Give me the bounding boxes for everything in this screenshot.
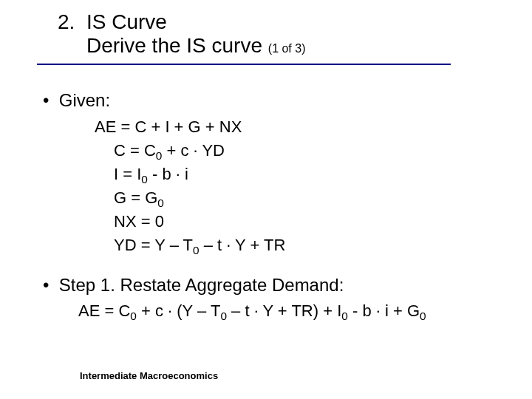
eq-c: C = C0 + c · YD [114, 139, 502, 163]
eq-i-pre: I = I [114, 165, 141, 183]
eq-step1-c: – t · Y + TR) + I [227, 301, 341, 320]
eq-step1: AE = C0 + c · (Y – T0 – t · Y + TR) + I0… [78, 300, 502, 322]
eq-yd: YD = Y – T0 – t · Y + TR [114, 233, 502, 257]
eq-step1-sub2: 0 [220, 310, 227, 323]
eq-step1-b: + c · (Y – T [137, 301, 221, 320]
header-title-1: IS Curve [86, 10, 167, 33]
eq-c-post: + c · YD [162, 141, 225, 160]
header-pager: (1 of 3) [268, 42, 306, 55]
eq-yd-sub: 0 [193, 244, 200, 256]
header-line-1: 2. IS Curve [58, 10, 488, 34]
header-rule [37, 64, 451, 65]
header-number: 2. [58, 10, 75, 33]
eq-yd-post: – t · Y + TR [200, 236, 286, 254]
eq-ae: AE = C + I + G + NX [95, 115, 502, 139]
bullet-step1-text: Step 1. Restate Aggregate Demand: [59, 275, 344, 295]
eq-i: I = I0 - b · i [114, 163, 502, 186]
slide: 2. IS Curve Derive the IS curve (1 of 3)… [0, 0, 532, 399]
eq-step1-sub3: 0 [341, 310, 348, 323]
bullet-given-text: Given: [59, 90, 110, 110]
footer-text: Intermediate Macroeconomics [80, 370, 218, 381]
bullet-given: • Given: [43, 89, 502, 112]
eq-c-pre: C = C [114, 141, 156, 160]
eq-step1-d: - b · i + G [348, 301, 420, 320]
eq-step1-sub1: 0 [130, 310, 137, 323]
eq-yd-pre: YD = Y – T [114, 236, 193, 254]
eq-nx: NX = 0 [114, 210, 502, 233]
bullet-step1: • Step 1. Restate Aggregate Demand: [43, 273, 502, 297]
header-title-2: Derive the IS curve [86, 34, 262, 57]
eq-i-post: - b · i [148, 165, 188, 183]
eq-g-pre: G = G [114, 188, 157, 207]
eq-g: G = G0 [114, 186, 502, 210]
eq-step1-a: AE = C [78, 301, 130, 320]
eq-i-sub: 0 [141, 174, 148, 186]
eq-step1-sub4: 0 [420, 310, 426, 323]
eq-g-sub: 0 [157, 197, 164, 209]
equation-block-given: AE = C + I + G + NX C = C0 + c · YD I = … [95, 115, 502, 256]
slide-body: • Given: AE = C + I + G + NX C = C0 + c … [43, 81, 502, 322]
slide-header: 2. IS Curve Derive the IS curve (1 of 3) [58, 10, 488, 58]
header-line-2: Derive the IS curve (1 of 3) [58, 34, 488, 58]
